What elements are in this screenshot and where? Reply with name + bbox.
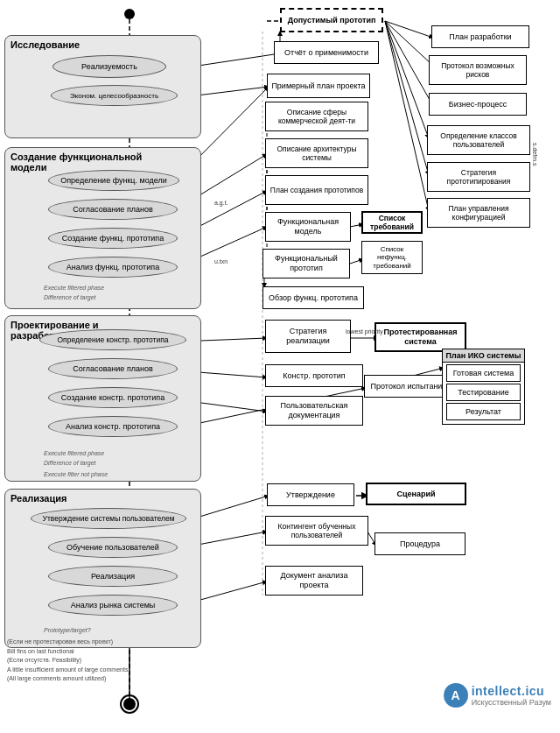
note-impl1: Execute filter not phase [44, 471, 108, 477]
swimlane-implementation-title: Реализация [5, 490, 200, 507]
box-def-classes: Определение классов пользователей [427, 125, 530, 155]
box-gotovaya-sistema: Процедура [374, 532, 466, 555]
box-konstr-prototip: Констр. прототип [265, 364, 363, 387]
watermark-tagline: Искусственный Разум [472, 698, 551, 707]
box-protokol-isp: Протокол испытаний [364, 375, 453, 398]
arrow-label-2: u.txn [214, 258, 228, 264]
oval-realizuemost: Реализуемость [52, 55, 166, 78]
cond-3: (Если отсутств. Feasibility) [7, 656, 128, 666]
oval-def-func: Определение функц. модели [48, 170, 179, 191]
oval-create-konstr: Создание констр. прототипа [48, 387, 178, 408]
box-utverzhdenie: Утверждение [267, 483, 354, 506]
box-strategiya-prot: Стратегия прототипирования [427, 162, 530, 192]
oval-analiz-rynka: Анализ рынка системы [48, 595, 178, 616]
svg-line-8 [385, 21, 429, 175]
box-procedura: Результат [446, 403, 521, 420]
cond-4: A little insufficient amount of large co… [7, 666, 128, 675]
arrow-label-1: a.g.t. [214, 200, 228, 206]
watermark-brand: intellect.icu [472, 684, 551, 698]
box-spisok-treb: Список требований [361, 211, 423, 234]
box-rezultat: Готовая система [446, 364, 521, 382]
box-dopustimiy: Допустимый прототип [280, 8, 383, 32]
box-plan-iko: Сценарий [366, 483, 466, 505]
swimlane-research-title: Исследование [5, 36, 200, 53]
box-plan-razrabotki: План разработки [431, 25, 529, 48]
oval-realizaciya: Реализация [48, 566, 178, 587]
box-kontingent: Контингент обученных пользователей [265, 516, 368, 546]
box-descr-arch: Описание архитектуры системы [265, 138, 368, 168]
diagram-container: Исследование Создание функциональной мод… [0, 0, 560, 718]
svg-line-4 [385, 21, 433, 38]
box-doc-analiza: Документ анализа проекта [265, 566, 363, 596]
cond-5: (All large comments amount utilized) [7, 674, 128, 684]
note-func2: Difference of target [44, 294, 96, 300]
oval-analiz-func: Анализ функц. прототипа [48, 257, 178, 278]
watermark: A intellect.icu Искусственный Разум [444, 683, 551, 708]
oval-create-func: Создание функц. прототипа [48, 228, 178, 249]
oval-def-konstr: Определение констр. прототипа [39, 329, 186, 350]
box-func-model: Функциональная модель [265, 212, 351, 242]
svg-line-6 [385, 21, 433, 106]
box-strategiya: Стратегия реализации [265, 320, 351, 353]
oval-analiz-konstr: Анализ констр. прототипа [48, 416, 178, 437]
box-prim-plan: Примерный план проекта [267, 74, 370, 98]
note-konstr2: Difference of target [44, 460, 96, 466]
box-scenariy: Тестирование [446, 384, 521, 401]
testing-group: План ИКО системы Готовая система Тестиро… [442, 349, 525, 425]
oval-utv-system: Утверждение системы пользователем [31, 508, 186, 529]
oval-soglasov: Согласование планов [48, 199, 178, 220]
cond-2: Bill fins on last functional [7, 647, 128, 657]
box-biznes-process: Бизнес-процесс [429, 93, 527, 116]
start-circle [124, 9, 135, 19]
end-circle [123, 698, 136, 710]
watermark-text: intellect.icu Искусственный Разум [472, 684, 551, 707]
box-spisok-nefunc: Список нефункц. требований [361, 241, 423, 274]
svg-line-7 [385, 21, 429, 138]
arrow-label-3: lowest priority [346, 328, 383, 335]
watermark-logo: A [444, 683, 468, 708]
box-descr-sfera: Описание сферы коммерческой деят-ти [265, 102, 368, 131]
note-func1: Execute filtered phase [44, 285, 104, 291]
label-sidebar: s.defm.s [532, 143, 538, 166]
box-obzor-func: Обзор функц. прототипа [262, 286, 364, 309]
bottom-conditions: (Если не протестирован весь проект) Bill… [7, 638, 128, 684]
box-prot-sistema: Протестированная система [374, 322, 466, 352]
testing-title: План ИКО системы [443, 349, 524, 363]
box-plan-sozdaniya: План создания прототипов [265, 175, 368, 205]
box-protocol-riskov: Протокол возможных рисков [429, 55, 527, 85]
oval-ekonom: Эконом. целесообразность [51, 85, 178, 106]
note-impl-top: Prototype/target? [44, 627, 91, 633]
oval-obuch: Обучение пользователей [48, 537, 178, 558]
svg-line-5 [385, 21, 433, 66]
oval-soglasov2: Согласование планов [48, 358, 178, 379]
box-func-prototip: Функциональный прототип [262, 249, 350, 278]
note-konstr1: Execute filtered phase [44, 450, 104, 456]
box-otchet: Отчёт о применимости [274, 41, 379, 64]
svg-line-9 [385, 21, 429, 211]
box-plan-uprav: План управления конфигурацией [427, 198, 530, 228]
box-user-doc: Пользовательская документация [265, 396, 363, 426]
cond-1: (Если не протестирован весь проект) [7, 638, 128, 647]
